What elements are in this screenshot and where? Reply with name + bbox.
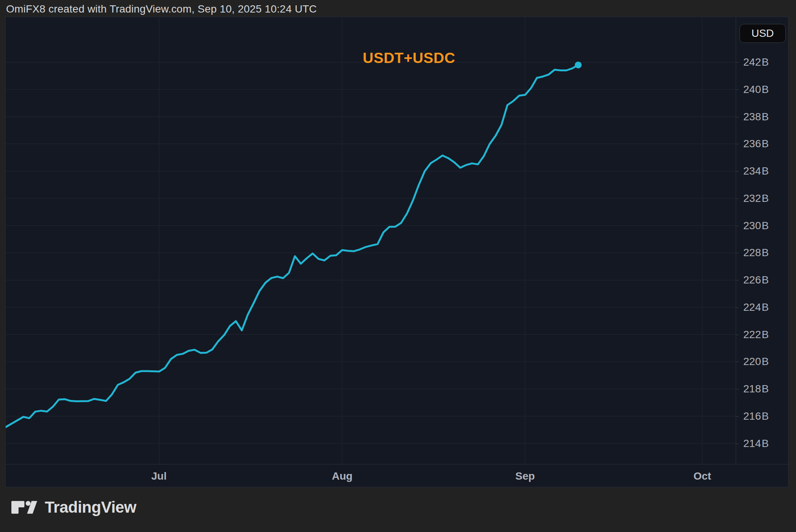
- price-axis-tick: [736, 362, 739, 362]
- price-axis-tick: [736, 444, 739, 444]
- currency-button[interactable]: USD: [739, 24, 786, 43]
- price-axis-label: 240 B: [743, 83, 769, 96]
- price-chart-svg: [6, 17, 736, 464]
- price-axis-label: 222 B: [743, 329, 769, 341]
- series-label: USDT+USDC: [363, 50, 455, 66]
- time-axis-label: Oct: [694, 470, 711, 482]
- tradingview-logo-icon: [11, 498, 38, 517]
- price-axis-label: 228 B: [743, 247, 769, 259]
- price-axis-label: 220 B: [743, 356, 769, 368]
- series-endpoint-dot: [575, 61, 582, 68]
- price-axis-tick: [736, 117, 739, 117]
- price-axis-label: 234 B: [743, 165, 769, 177]
- price-axis[interactable]: USD 242 B240 B238 B236 B234 B232 B230 B2…: [736, 17, 789, 488]
- time-axis-label: Jul: [151, 470, 167, 482]
- time-axis-label: Aug: [332, 470, 352, 482]
- attribution-text: OmiFX8 created with TradingView.com, Sep…: [6, 3, 317, 15]
- price-axis-label: 218 B: [743, 383, 769, 395]
- vertical-gridlines: [159, 17, 702, 464]
- price-axis-label: 230 B: [743, 220, 769, 232]
- price-axis-tick: [736, 226, 739, 226]
- price-axis-label: 236 B: [743, 138, 769, 150]
- price-axis-tick: [736, 416, 739, 417]
- price-axis-tick: [736, 144, 739, 144]
- price-axis-tick: [736, 280, 739, 280]
- price-axis-tick: [736, 198, 739, 199]
- series-line: [6, 65, 578, 427]
- price-axis-label: 232 B: [743, 192, 769, 205]
- price-axis-label: 224 B: [743, 301, 769, 313]
- time-axis[interactable]: JulAugSepOct: [6, 464, 789, 488]
- price-axis-tick: [736, 171, 739, 172]
- time-axis-label: Sep: [515, 470, 535, 482]
- price-axis-label: 238 B: [743, 111, 769, 123]
- tradingview-watermark[interactable]: TradingView: [11, 498, 136, 517]
- price-axis-tick: [736, 253, 739, 253]
- price-axis-label: 214 B: [743, 438, 769, 450]
- price-axis-label: 242 B: [743, 56, 769, 68]
- price-axis-tick: [736, 335, 739, 335]
- tradingview-logo-text: TradingView: [45, 498, 136, 516]
- chart-container: USDT+USDC USD 242 B240 B238 B236 B234 B2…: [5, 17, 788, 487]
- price-axis-label: 226 B: [743, 274, 769, 286]
- price-axis-tick: [736, 90, 739, 90]
- chart-plot-area[interactable]: USDT+USDC: [6, 17, 736, 464]
- price-axis-label: 216 B: [743, 410, 769, 422]
- price-axis-tick: [736, 62, 739, 63]
- price-axis-tick: [736, 307, 739, 308]
- horizontal-gridlines: [6, 62, 736, 444]
- price-axis-tick: [736, 389, 739, 389]
